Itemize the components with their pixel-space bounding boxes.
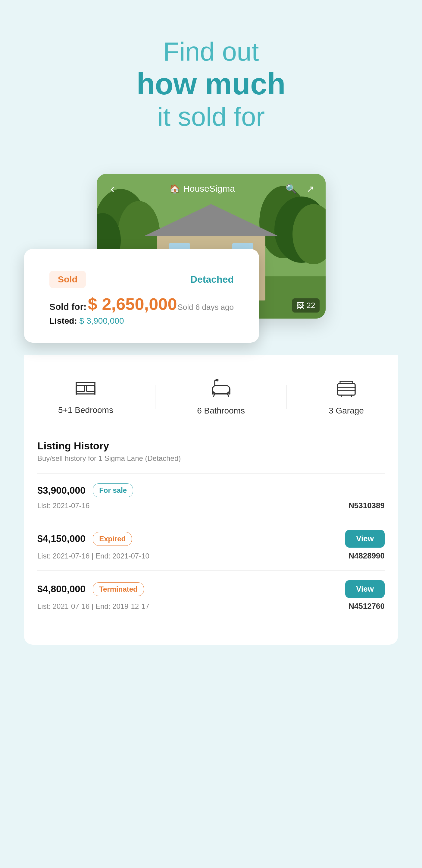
hero-line2: how much [18, 67, 404, 101]
svg-rect-28 [213, 385, 230, 393]
search-icon: 🔍 [286, 184, 297, 194]
sold-for-label-group: Sold for: $ 2,650,000 [50, 294, 177, 314]
listing-history-subtitle: Buy/sell history for 1 Sigma Lane (Detac… [37, 454, 385, 463]
listing-item-2-top: $4,800,000 Terminated View [37, 580, 385, 598]
photo-count-number: 22 [306, 301, 315, 310]
photo-count-icon: 🖼 [296, 301, 304, 310]
back-button[interactable]: ‹ [105, 181, 120, 196]
listing-id-1: N4828990 [349, 551, 385, 561]
brand-logo: 🏠 HouseSigma [170, 184, 235, 194]
sold-for-label: Sold for: [50, 302, 87, 312]
house-icon: 🏠 [170, 184, 180, 194]
listing-item-1-left: $4,150,000 Expired [37, 532, 132, 546]
bathrooms-label: 6 Bathrooms [197, 406, 245, 415]
hero-section: Find out how much it sold for [0, 0, 422, 156]
brand-name: HouseSigma [183, 184, 235, 194]
listed-label: Listed: [50, 316, 77, 326]
sold-price: $ 2,650,000 [88, 294, 177, 313]
status-badge-1: Expired [93, 532, 132, 546]
listing-item-0: $3,900,000 For sale List: 2021-07-16 N53… [37, 473, 385, 520]
bed-icon [75, 379, 96, 401]
listing-dates-2: List: 2021-07-16 | End: 2019-12-17 [37, 602, 150, 611]
back-chevron-icon: ‹ [110, 182, 115, 195]
listed-row: Listed: $ 3,900,000 [50, 316, 234, 326]
listing-item-0-left: $3,900,000 For sale [37, 484, 133, 497]
status-badge-0: For sale [93, 484, 133, 497]
listing-price-2: $4,800,000 [37, 584, 86, 595]
bath-icon [210, 379, 232, 401]
garage-label: 3 Garage [329, 406, 364, 415]
sold-ago: Sold 6 days ago [178, 303, 234, 312]
listing-item-2-bottom: List: 2021-07-16 | End: 2019-12-17 N4512… [37, 601, 385, 611]
feature-divider-1 [155, 385, 155, 409]
svg-rect-22 [87, 385, 95, 392]
svg-rect-20 [76, 385, 95, 394]
share-icon: ↗ [306, 184, 314, 194]
search-button[interactable]: 🔍 [284, 182, 298, 195]
view-button-2[interactable]: View [345, 580, 385, 598]
top-bar: ‹ 🏠 HouseSigma 🔍 ↗ [97, 174, 326, 204]
listing-item-2-left: $4,800,000 Terminated [37, 582, 144, 596]
listing-price-0: $3,900,000 [37, 485, 86, 496]
listing-history: Listing History Buy/sell history for 1 S… [37, 428, 385, 632]
listed-price: $ 3,900,000 [79, 316, 124, 326]
view-button-1[interactable]: View [345, 530, 385, 548]
listing-dates-1: List: 2021-07-16 | End: 2021-07-10 [37, 552, 150, 560]
listing-item-0-bottom: List: 2021-07-16 N5310389 [37, 501, 385, 510]
card-outer: ‹ 🏠 HouseSigma 🔍 ↗ [0, 156, 422, 318]
feature-bathrooms: 6 Bathrooms [197, 379, 245, 415]
property-type: Detached [190, 274, 234, 285]
listing-dates-0: List: 2021-07-16 [37, 501, 90, 510]
listing-item-2: $4,800,000 Terminated View List: 2021-07… [37, 570, 385, 621]
feature-garage: 3 Garage [329, 379, 364, 415]
status-badge-2: Terminated [93, 582, 144, 596]
features-row: 5+1 Bedrooms 6 Bathrooms [37, 367, 385, 428]
listing-item-1-top: $4,150,000 Expired View [37, 530, 385, 548]
svg-rect-35 [338, 384, 355, 395]
listing-id-2: N4512760 [349, 601, 385, 611]
listing-price-1: $4,150,000 [37, 533, 86, 544]
price-floating-card: Sold Detached Sold for: $ 2,650,000 Sold… [24, 249, 259, 343]
hero-line3: it sold for [18, 101, 404, 132]
top-actions: 🔍 ↗ [284, 182, 317, 195]
bedrooms-label: 5+1 Bedrooms [58, 405, 113, 415]
sold-badge-row: Sold Detached [37, 260, 246, 294]
page-wrapper: Find out how much it sold for [0, 0, 422, 868]
content-below: 5+1 Bedrooms 6 Bathrooms [24, 355, 398, 645]
listing-history-title: Listing History [37, 440, 385, 452]
hero-line1: Find out [18, 36, 404, 67]
feature-bedrooms: 5+1 Bedrooms [58, 379, 113, 415]
listing-id-0: N5310389 [349, 501, 385, 510]
feature-divider-2 [287, 385, 287, 409]
price-section: Sold for: $ 2,650,000 Sold 6 days ago Li… [37, 294, 246, 331]
svg-rect-21 [76, 385, 85, 392]
listing-item-0-top: $3,900,000 For sale [37, 484, 385, 497]
listing-item-1: $4,150,000 Expired View List: 2021-07-16… [37, 520, 385, 570]
listing-item-1-bottom: List: 2021-07-16 | End: 2021-07-10 N4828… [37, 551, 385, 561]
garage-icon [336, 379, 357, 401]
sold-for-row: Sold for: $ 2,650,000 Sold 6 days ago [50, 294, 234, 314]
photo-count: 🖼 22 [292, 299, 320, 313]
share-button[interactable]: ↗ [304, 182, 317, 195]
sold-badge: Sold [50, 271, 86, 288]
